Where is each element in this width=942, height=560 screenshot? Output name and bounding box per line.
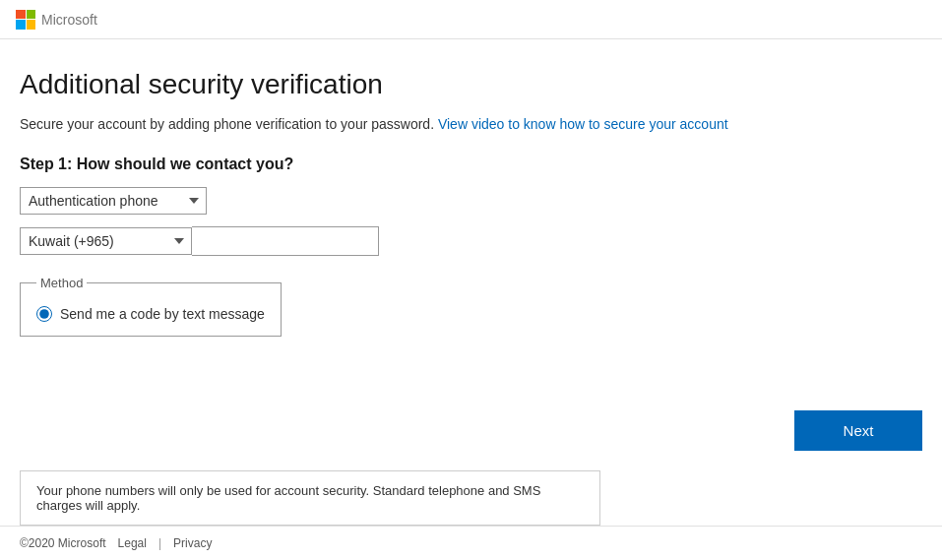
step-title: Step 1: How should we contact you? bbox=[20, 156, 922, 173]
logo-grid bbox=[16, 10, 35, 30]
contact-method-select[interactable]: Authentication phone Office phone Mobile… bbox=[20, 187, 207, 215]
disclaimer: Your phone numbers will only be used for… bbox=[20, 470, 600, 526]
main-content: Additional security verification Secure … bbox=[0, 39, 942, 410]
page-title: Additional security verification bbox=[20, 69, 922, 100]
footer-copyright: ©2020 Microsoft bbox=[20, 536, 106, 550]
description-link[interactable]: View video to know how to secure your ac… bbox=[438, 116, 728, 132]
description-text: Secure your account by adding phone veri… bbox=[20, 116, 434, 132]
header: Microsoft bbox=[0, 0, 942, 39]
footer-privacy-link[interactable]: Privacy bbox=[173, 536, 212, 550]
logo-red bbox=[16, 10, 26, 20]
next-button[interactable]: Next bbox=[794, 410, 922, 451]
method-fieldset: Method Send me a code by text message bbox=[20, 276, 282, 337]
footer: ©2020 Microsoft Legal | Privacy bbox=[0, 526, 942, 560]
footer-legal-link[interactable]: Legal bbox=[118, 536, 147, 550]
method-option-text: Send me a code by text message bbox=[36, 306, 265, 322]
microsoft-logo: Microsoft bbox=[16, 10, 97, 30]
country-select-wrapper: Kuwait (+965) United States (+1) United … bbox=[20, 227, 192, 255]
method-legend: Method bbox=[36, 276, 87, 290]
logo-green bbox=[27, 10, 36, 20]
logo-text: Microsoft bbox=[41, 12, 97, 28]
footer-separator: | bbox=[158, 536, 161, 550]
sms-label[interactable]: Send me a code by text message bbox=[60, 306, 265, 322]
logo-yellow bbox=[27, 20, 36, 30]
sms-radio[interactable] bbox=[36, 306, 52, 322]
description: Secure your account by adding phone veri… bbox=[20, 116, 922, 132]
phone-number-input[interactable] bbox=[192, 226, 379, 256]
contact-method-wrapper: Authentication phone Office phone Mobile… bbox=[20, 187, 207, 215]
action-row: Next bbox=[0, 410, 942, 451]
country-select[interactable]: Kuwait (+965) United States (+1) United … bbox=[20, 227, 192, 255]
logo-blue bbox=[16, 20, 26, 30]
phone-row: Kuwait (+965) United States (+1) United … bbox=[20, 226, 922, 256]
